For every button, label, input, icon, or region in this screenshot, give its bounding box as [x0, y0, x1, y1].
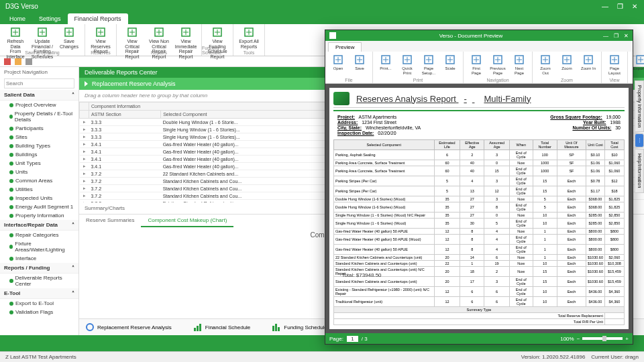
grid-col[interactable]: Selected Component [161, 111, 333, 119]
pv-group-label: Print [413, 78, 423, 82]
nav-item[interactable]: Inspected Units [0, 194, 78, 202]
nav-item[interactable]: Sites [0, 133, 78, 141]
row-expand-icon[interactable]: ▸ [80, 141, 89, 148]
zoom-out-mini-icon[interactable]: − [577, 336, 580, 342]
nav-item[interactable]: Unit Types [0, 159, 78, 168]
pv-group-print: Print...Quick PrintPage Setup...ScalePri… [373, 52, 464, 83]
right-tab-help[interactable]: Help/Information [635, 149, 644, 192]
nav-section-reports-funding[interactable]: Reports / Funding˄ [0, 263, 78, 274]
project-navigation: Project Navigation Salient Data˄Project … [0, 67, 79, 335]
row-expand-icon[interactable]: ▸ [80, 163, 89, 170]
nav-section-interface-repair-data[interactable]: Interface/Repair Data˄ [0, 220, 78, 231]
row-expand-icon[interactable]: ▸ [80, 185, 89, 192]
export-button[interactable]: Export... [631, 53, 644, 82]
ribbon-group-label: Saving/Updating [25, 50, 59, 55]
right-tab-property-info[interactable]: Property Information [635, 80, 644, 132]
nav-item[interactable]: Project Overview [0, 101, 78, 109]
preview-minimize-icon[interactable]: — [603, 33, 608, 39]
zoom-out-button[interactable]: Zoom Out [535, 53, 555, 82]
bottom-tab-financial[interactable]: Financial Schedule [189, 321, 255, 333]
nav-item[interactable]: Property Details / E-Tool Details [0, 109, 78, 124]
nav-item[interactable]: Interface [0, 254, 78, 263]
grid-col[interactable] [80, 111, 89, 119]
row-expand-icon[interactable]: ▸ [80, 192, 89, 200]
window-controls: — ❐ ✕ [601, 2, 639, 10]
nav-item[interactable]: Repair Categories [0, 231, 78, 239]
first-page-icon [471, 54, 482, 65]
nav-item[interactable]: Fixture Areas/Water/Lighting [0, 239, 78, 254]
save-changes-button[interactable]: Save Changes [56, 25, 82, 61]
preview-tab[interactable]: Preview [328, 42, 362, 52]
refresh-data-button[interactable]: Refresh Data From Interface [3, 25, 28, 61]
page-number[interactable]: 1 [347, 336, 358, 342]
view-funding-button[interactable]: View Funding Schedule Report [205, 25, 230, 61]
nav-section-e-tool[interactable]: E-Tool˄ [0, 288, 78, 299]
zoom-slider[interactable] [582, 337, 623, 340]
scale-button[interactable]: Scale [440, 53, 460, 82]
dominion-logo [333, 92, 350, 105]
pv-group-label: Navigation [486, 78, 508, 82]
statusbar: Z Last ASTM Test Apartments Version: 1.2… [0, 351, 644, 362]
zoom-in-mini-icon[interactable]: + [625, 336, 629, 342]
grid-col[interactable]: ASTM Section [89, 111, 161, 119]
nav-item[interactable]: Building Types [0, 141, 78, 150]
report-summary-row: Total Reserve Replacement [334, 313, 625, 319]
print-button[interactable]: Print... [376, 53, 396, 82]
view-noncritical-button[interactable]: View Non Critical Repair Report [146, 25, 172, 61]
nav-item[interactable]: Property Information [0, 211, 78, 220]
preview-close-icon[interactable]: ✕ [624, 33, 629, 39]
report-row: Gas-fired Water Heater (40 gallon) 50 AP… [334, 245, 625, 255]
nav-item[interactable]: Energy Audit Segment 1 [0, 202, 78, 211]
row-expand-icon[interactable]: ▸ [80, 126, 89, 133]
row-expand-icon[interactable]: ▸ [80, 148, 89, 156]
nav-item[interactable]: Utilities [0, 185, 78, 194]
nav-item[interactable]: Units [0, 168, 78, 176]
maximize-icon[interactable]: ❐ [616, 2, 624, 10]
right-tab-badge[interactable]: ⋯ [635, 133, 644, 147]
row-expand-icon[interactable]: ▸ [80, 170, 89, 178]
nav-item[interactable]: Export to E-Tool [0, 299, 78, 308]
nav-section-salient-data[interactable]: Salient Data˄ [0, 90, 78, 101]
zoom-in-button[interactable]: Zoom In [578, 53, 598, 82]
nav-item[interactable]: Buildings [0, 150, 78, 159]
first-page-button[interactable]: First Page [466, 53, 486, 82]
report-row: Traditional Refrigerator (unit)1266End o… [334, 297, 625, 307]
tab-financial-reports[interactable]: Financial Reports [68, 13, 128, 24]
preview-maximize-icon[interactable]: ❐ [614, 33, 619, 39]
view-critical-button[interactable]: View Critical Repair Report [119, 25, 145, 61]
quick-print-icon [402, 54, 413, 65]
tab-home[interactable]: Home [3, 13, 32, 24]
report-title: Reserves Analysis Report - Multi-Family [356, 94, 531, 104]
report-summary-title-row: Summary Type [334, 307, 625, 313]
svg-rect-14 [275, 324, 277, 331]
row-expand-icon[interactable]: ▸ [80, 178, 89, 185]
nav-item[interactable]: Common Areas [0, 176, 78, 185]
tab-settings[interactable]: Settings [32, 13, 68, 24]
refresh-data-icon [10, 27, 21, 38]
close-icon[interactable]: ✕ [631, 2, 639, 10]
row-expand-icon[interactable]: ▸ [80, 133, 89, 141]
bottom-tab-funding[interactable]: Funding Schedule [268, 321, 331, 333]
search-input[interactable] [4, 78, 74, 88]
page-label: Page: [329, 336, 343, 342]
nav-item[interactable]: Participants [0, 124, 78, 133]
reserve-icon [85, 322, 95, 332]
minimize-icon[interactable]: — [601, 2, 609, 10]
meta-row: Number Of Units: 30 [550, 125, 621, 130]
preview-tab-row: Preview [325, 41, 633, 52]
next-page-button[interactable]: Next Page [509, 53, 529, 82]
report-row: 22 Standard Kitchen Cabinets and Counter… [334, 255, 625, 261]
tab-cost-makeup[interactable]: Component Cost Makeup (Chart) [141, 215, 233, 227]
report-col: Effective Age [460, 140, 484, 150]
row-expand-icon[interactable]: ▸ [80, 156, 89, 163]
nav-item[interactable]: Deliverable Reports Center [0, 274, 78, 288]
view-immediate-button[interactable]: View Immediate Repair Report [173, 25, 199, 61]
expand-icon[interactable] [85, 81, 88, 86]
row-expand-icon[interactable]: ▸ [80, 119, 89, 126]
open-icon [333, 54, 343, 65]
update-financial-button[interactable]: Update Financial / Funding Schedules [30, 25, 55, 61]
bullet-icon [9, 144, 13, 148]
nav-item[interactable]: Validation Flags [0, 308, 78, 316]
bottom-tab-reserve[interactable]: Replacement Reserve Analysis [81, 321, 176, 333]
tab-reserve-summaries[interactable]: Reserve Summaries [79, 215, 141, 227]
